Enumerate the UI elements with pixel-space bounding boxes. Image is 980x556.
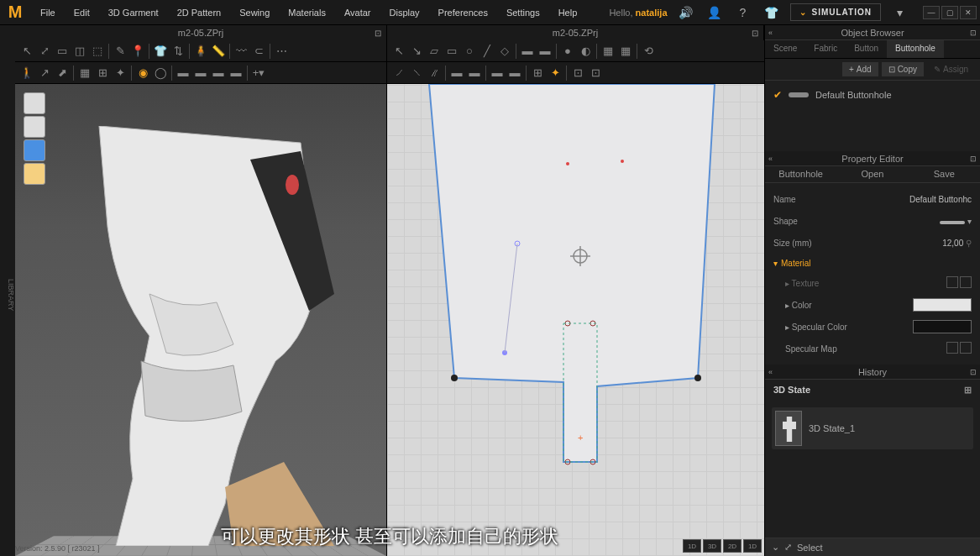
map-edit-button[interactable] bbox=[946, 342, 958, 354]
prop-tab-save[interactable]: Save bbox=[909, 166, 980, 182]
chevron-down-icon[interactable]: ⌄ bbox=[772, 542, 779, 553]
show-skin-toggle[interactable] bbox=[24, 163, 45, 185]
lasso-tool[interactable]: ◫ bbox=[71, 43, 88, 60]
align-tool[interactable]: ⊡ bbox=[569, 65, 586, 81]
show-avatar-toggle[interactable] bbox=[24, 116, 45, 138]
texture-edit-button[interactable] bbox=[946, 276, 958, 288]
hanger-icon[interactable]: 👕 bbox=[762, 3, 782, 23]
close-button[interactable]: ✕ bbox=[960, 6, 977, 19]
copy-tool[interactable]: ▦ bbox=[600, 43, 616, 60]
library-sidebar[interactable]: LIBRARY bbox=[0, 25, 15, 556]
menu-2d-pattern[interactable]: 2D Pattern bbox=[169, 3, 230, 23]
mode-2d[interactable]: 2D bbox=[723, 539, 742, 553]
pattern-piece[interactable]: + bbox=[404, 84, 757, 554]
viewport-3d[interactable] bbox=[15, 84, 387, 556]
grid-tool[interactable]: ⊞ bbox=[94, 65, 111, 81]
buttonhole-2d-tool[interactable]: ✦ bbox=[547, 65, 563, 81]
trace-tool[interactable]: ◐ bbox=[577, 43, 594, 60]
tab-fabric[interactable]: Fabric bbox=[805, 40, 846, 58]
iron-tool[interactable]: ▬ bbox=[489, 65, 506, 81]
particle-tool[interactable]: ✦ bbox=[112, 65, 128, 81]
name-input[interactable]: Default Buttonhc bbox=[909, 195, 972, 204]
size-input[interactable]: 12,00 bbox=[942, 239, 963, 248]
copy-button[interactable]: ⊡ Copy bbox=[882, 62, 924, 76]
avatar-tool[interactable]: 🧍 bbox=[192, 43, 209, 60]
shape-dropdown[interactable]: ▾ bbox=[940, 217, 972, 226]
line-tool[interactable]: ╱ bbox=[479, 43, 495, 60]
options-tool[interactable]: ⋯ bbox=[273, 43, 290, 60]
paste-tool[interactable]: ▦ bbox=[617, 43, 634, 60]
expand-icon[interactable]: ⊡ bbox=[970, 368, 977, 376]
nav-tool[interactable]: ↗ bbox=[36, 65, 53, 81]
free-sew-tool[interactable]: ⟍ bbox=[408, 65, 425, 81]
menu-3d-garment[interactable]: 3D Garment bbox=[100, 3, 167, 23]
move-tool[interactable]: ⤢ bbox=[36, 43, 53, 60]
help-icon[interactable]: ? bbox=[733, 3, 753, 23]
menu-file[interactable]: File bbox=[32, 3, 64, 23]
mesh-tool[interactable]: ⬚ bbox=[89, 43, 106, 60]
button-tool[interactable]: ◉ bbox=[134, 65, 151, 81]
walk-tool[interactable]: 🚶 bbox=[18, 65, 35, 81]
menu-preferences[interactable]: Preferences bbox=[430, 3, 496, 23]
pin-tool[interactable]: 📍 bbox=[129, 43, 146, 60]
user-icon[interactable]: 👤 bbox=[705, 3, 725, 23]
texture-clear-button[interactable] bbox=[960, 276, 972, 288]
add-state-button[interactable]: ⊞ bbox=[964, 385, 972, 396]
steam-tool[interactable]: ▬ bbox=[506, 65, 523, 81]
circle-tool[interactable]: ○ bbox=[461, 43, 478, 60]
edit-sew-tool[interactable]: ▬ bbox=[448, 65, 465, 81]
fill-tool[interactable]: ● bbox=[559, 43, 576, 60]
collapse-icon[interactable]: « bbox=[768, 29, 773, 37]
viewport-2d[interactable]: + bbox=[387, 84, 764, 556]
menu-sewing[interactable]: Sewing bbox=[231, 3, 278, 23]
topstitch-tool[interactable]: ▬ bbox=[210, 65, 227, 81]
show-garment-toggle[interactable] bbox=[24, 92, 45, 114]
piping-tool[interactable]: ▬ bbox=[228, 65, 244, 81]
pick-tool[interactable]: ⬈ bbox=[54, 65, 71, 81]
folder-tool[interactable]: ▬ bbox=[519, 43, 536, 60]
arrange-tool[interactable]: ⇅ bbox=[170, 43, 186, 60]
sew-tool[interactable]: ⟋ bbox=[390, 65, 407, 81]
prop-tab-buttonhole[interactable]: Buttonhole bbox=[765, 166, 836, 182]
tab-scene[interactable]: Scene bbox=[765, 40, 805, 58]
add-button[interactable]: + Add bbox=[842, 62, 878, 76]
dropdown-icon[interactable]: ▾ bbox=[889, 3, 909, 23]
zipper-tool[interactable]: ▬ bbox=[175, 65, 191, 81]
button-2d-tool[interactable]: ⊞ bbox=[529, 65, 546, 81]
menu-materials[interactable]: Materials bbox=[280, 3, 334, 23]
mode-3d[interactable]: 3D bbox=[703, 539, 721, 553]
cursor-tool[interactable]: ↖ bbox=[18, 43, 35, 60]
pen-tool[interactable]: ✎ bbox=[112, 43, 128, 60]
simulation-button[interactable]: ⌄SIMULATION bbox=[790, 3, 881, 21]
dart-tool[interactable]: ◇ bbox=[496, 43, 513, 60]
map-clear-button[interactable] bbox=[960, 342, 972, 354]
menu-avatar[interactable]: Avatar bbox=[336, 3, 380, 23]
tab-close-icon[interactable]: ⊡ bbox=[375, 29, 381, 38]
mode-1d-2[interactable]: 1D bbox=[743, 539, 762, 553]
texture-tool[interactable]: ▦ bbox=[76, 65, 93, 81]
distribute-tool[interactable]: ⊡ bbox=[587, 65, 604, 81]
more-tool[interactable]: +▾ bbox=[250, 65, 267, 81]
color-swatch[interactable] bbox=[913, 298, 972, 312]
link-icon[interactable]: ⚲ bbox=[966, 239, 972, 248]
show-sew-tool[interactable]: ▬ bbox=[466, 65, 483, 81]
history-item[interactable]: 3D State_1 bbox=[772, 407, 973, 449]
sync-tool[interactable]: ⟲ bbox=[640, 43, 657, 60]
minimize-button[interactable]: — bbox=[923, 6, 940, 19]
menu-help[interactable]: Help bbox=[550, 3, 586, 23]
material-section[interactable]: ▾ Material bbox=[773, 254, 972, 272]
collapse-icon[interactable]: « bbox=[768, 368, 773, 376]
tab-close-icon[interactable]: ⊡ bbox=[752, 29, 758, 38]
sound-icon[interactable]: 🔊 bbox=[676, 3, 696, 23]
shirt-tool[interactable]: 👕 bbox=[152, 43, 169, 60]
tab-2d-file[interactable]: m2-05.ZPrj⊡ bbox=[387, 25, 764, 40]
menu-settings[interactable]: Settings bbox=[498, 3, 548, 23]
seam-tool[interactable]: 〰 bbox=[233, 43, 249, 60]
show-arrangement-toggle[interactable] bbox=[24, 139, 45, 161]
poly-tool[interactable]: ▱ bbox=[426, 43, 443, 60]
assign-button[interactable]: ✎ Assign bbox=[927, 62, 975, 76]
specular-color-swatch[interactable] bbox=[913, 320, 972, 333]
stitch-tool[interactable]: ▬ bbox=[192, 65, 209, 81]
segment-sew-tool[interactable]: ⫽ bbox=[426, 65, 443, 81]
curve-tool[interactable]: ⊂ bbox=[250, 43, 267, 60]
